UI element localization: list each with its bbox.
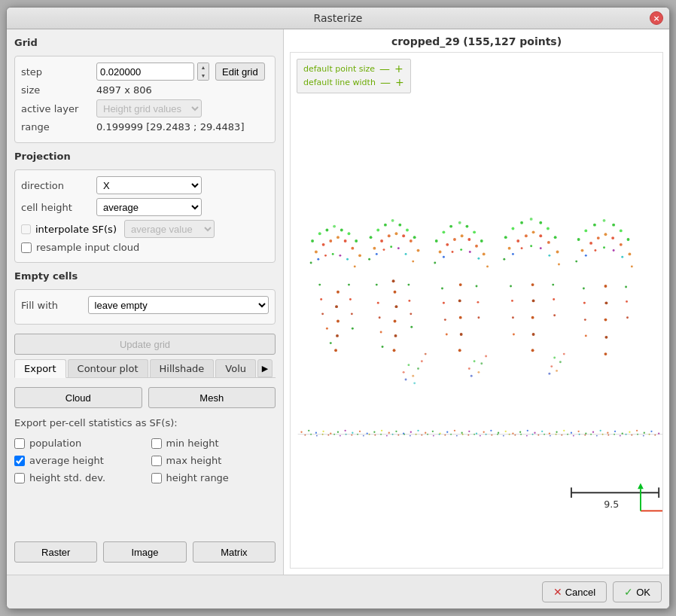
svg-point-74 <box>433 435 434 437</box>
step-input[interactable] <box>96 63 194 81</box>
svg-point-111 <box>649 434 650 435</box>
canvas-area[interactable]: default point size — + default line widt… <box>290 52 663 569</box>
resample-row[interactable]: resample input cloud <box>21 242 269 253</box>
svg-point-137 <box>346 258 349 261</box>
svg-point-120 <box>325 229 328 232</box>
height-range-checkbox[interactable] <box>151 473 162 483</box>
svg-point-100 <box>584 435 586 436</box>
average-height-label[interactable]: average height <box>29 455 104 466</box>
svg-point-33 <box>534 432 535 434</box>
direction-select[interactable]: X Y Z <box>96 176 202 194</box>
svg-point-115 <box>336 320 340 323</box>
svg-point-178 <box>380 331 382 334</box>
svg-point-22 <box>454 430 455 432</box>
matrix-button[interactable]: Matrix <box>193 541 276 563</box>
mesh-button[interactable]: Mesh <box>148 387 276 408</box>
direction-label: direction <box>21 180 96 191</box>
svg-point-187 <box>458 299 461 302</box>
fill-with-select[interactable]: leave empty interpolate fill with averag… <box>88 296 269 314</box>
population-checkbox[interactable] <box>14 438 25 449</box>
svg-point-24 <box>468 431 470 432</box>
svg-point-295 <box>480 362 483 364</box>
svg-point-113 <box>334 349 337 352</box>
svg-point-125 <box>315 251 318 254</box>
update-grid-button[interactable]: Update grid <box>14 334 276 355</box>
step-spinner[interactable]: ▲ ▼ <box>197 63 209 81</box>
svg-point-11 <box>373 432 375 433</box>
min-height-checkbox[interactable] <box>151 438 162 449</box>
svg-point-224 <box>520 221 523 224</box>
svg-point-46 <box>629 432 630 433</box>
svg-point-65 <box>380 434 382 435</box>
svg-point-201 <box>475 245 478 248</box>
tab-more-button[interactable]: ▶ <box>257 359 273 377</box>
svg-point-249 <box>553 314 556 316</box>
interpolate-select: average value <box>124 220 215 238</box>
canvas-point-count: (155,127 points) <box>463 35 562 47</box>
average-height-checkbox[interactable] <box>14 456 25 466</box>
svg-point-38 <box>571 432 572 434</box>
svg-point-220 <box>532 299 535 302</box>
svg-point-77 <box>450 434 452 435</box>
height-std-dev-label[interactable]: height std. dev. <box>29 472 105 483</box>
height-range-label[interactable]: height range <box>166 472 229 483</box>
svg-point-180 <box>407 284 410 286</box>
cloud-button[interactable]: Cloud <box>14 387 142 408</box>
svg-point-70 <box>410 435 411 437</box>
edit-grid-button[interactable]: Edit grid <box>215 63 265 81</box>
max-height-row[interactable]: max height <box>151 455 276 466</box>
tab-export[interactable]: Export <box>14 359 66 378</box>
svg-point-215 <box>477 301 479 303</box>
min-height-row[interactable]: min height <box>151 438 276 449</box>
tab-volu[interactable]: Volu <box>215 359 256 377</box>
svg-point-287 <box>417 367 419 370</box>
svg-point-195 <box>480 239 483 242</box>
resample-label[interactable]: resample input cloud <box>36 242 139 253</box>
dialog-footer: ✕ Cancel ✓ OK <box>7 575 669 608</box>
cell-height-select[interactable]: average min max <box>96 198 202 216</box>
svg-point-270 <box>585 255 587 257</box>
svg-point-17 <box>417 430 419 432</box>
svg-point-36 <box>556 432 557 433</box>
svg-point-86 <box>503 435 504 437</box>
svg-point-164 <box>395 232 398 235</box>
image-button[interactable]: Image <box>103 541 186 563</box>
svg-point-176 <box>377 302 379 304</box>
close-button[interactable]: × <box>650 11 663 25</box>
svg-point-227 <box>547 227 550 230</box>
svg-point-200 <box>467 238 470 241</box>
svg-point-296 <box>485 355 487 358</box>
step-up-btn[interactable]: ▲ <box>198 63 209 72</box>
raster-button[interactable]: Raster <box>14 541 97 563</box>
svg-point-216 <box>477 316 480 319</box>
svg-point-47 <box>636 430 638 432</box>
svg-point-290 <box>413 382 416 384</box>
tab-hillshade[interactable]: Hillshade <box>150 359 215 377</box>
svg-point-4 <box>322 431 324 432</box>
svg-point-71 <box>416 434 417 435</box>
svg-point-146 <box>351 313 353 315</box>
height-std-dev-checkbox[interactable] <box>14 473 25 483</box>
resample-checkbox[interactable] <box>21 242 32 253</box>
cell-height-row: cell height average min max <box>21 198 269 216</box>
height-std-dev-row[interactable]: height std. dev. <box>14 472 139 483</box>
population-label[interactable]: population <box>29 438 81 449</box>
svg-point-293 <box>470 375 473 377</box>
svg-point-237 <box>512 253 514 255</box>
max-height-checkbox[interactable] <box>151 456 162 466</box>
svg-point-94 <box>550 435 551 437</box>
svg-point-153 <box>392 279 395 282</box>
svg-point-250 <box>604 352 607 355</box>
svg-point-122 <box>340 229 343 232</box>
max-height-label[interactable]: max height <box>166 455 222 466</box>
average-height-row[interactable]: average height <box>14 455 139 466</box>
cancel-button[interactable]: ✕ Cancel <box>542 581 607 602</box>
min-height-label[interactable]: min height <box>166 438 219 449</box>
svg-point-42 <box>600 430 601 432</box>
pointcloud-visualization: 9.5 <box>291 53 662 568</box>
height-range-row[interactable]: height range <box>151 472 276 483</box>
tab-contour-plot[interactable]: Contour plot <box>68 359 148 377</box>
population-row[interactable]: population <box>14 438 139 449</box>
step-down-btn[interactable]: ▼ <box>198 72 209 80</box>
ok-button[interactable]: ✓ OK <box>613 581 662 602</box>
